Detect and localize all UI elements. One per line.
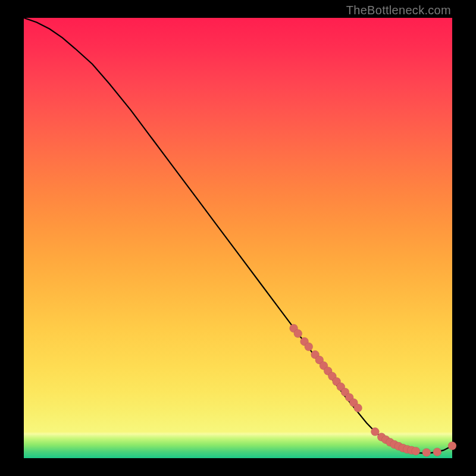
data-marker [412, 447, 420, 455]
data-marker [354, 404, 362, 412]
data-marker [433, 448, 441, 456]
chart-svg [24, 18, 452, 458]
curve-line [24, 18, 452, 453]
chart-frame: TheBottleneck.com [0, 0, 476, 476]
watermark-text: TheBottleneck.com [346, 4, 451, 17]
marker-group [290, 324, 456, 457]
data-marker [448, 441, 456, 450]
data-marker [305, 343, 313, 351]
data-marker [294, 330, 302, 338]
plot-area [24, 18, 452, 458]
data-marker [422, 448, 431, 456]
